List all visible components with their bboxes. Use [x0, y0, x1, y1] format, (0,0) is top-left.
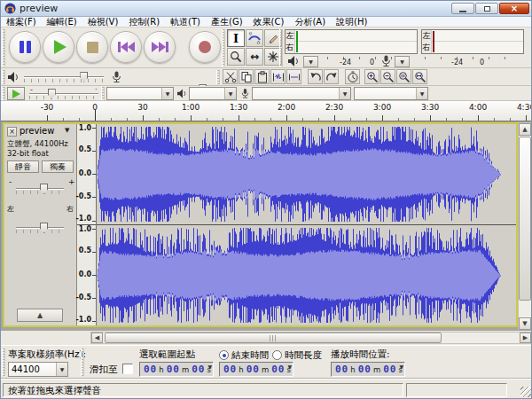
input-channels-value [355, 88, 416, 99]
selection-start-field[interactable]: 00h 00m 00s ▼ [139, 362, 214, 377]
input-device-select[interactable]: ▼ [252, 87, 351, 100]
play-at-speed-button[interactable] [7, 87, 25, 100]
track-collapse-button[interactable]: ▲ [17, 309, 63, 322]
multi-tool-icon [267, 51, 279, 63]
rewind-button[interactable] [110, 31, 142, 63]
title-bar[interactable]: preview × [1, 1, 532, 17]
vertical-scroll-thumb[interactable] [519, 137, 531, 301]
edit-toolbar-grip[interactable] [216, 70, 220, 84]
menu-effect[interactable]: 效果(C) [248, 17, 290, 27]
timeline-ruler[interactable]: -300301:001:302:002:303:003:304:004:30 [1, 101, 532, 121]
restore-button[interactable] [475, 3, 498, 14]
resize-grip[interactable] [520, 387, 531, 397]
input-channels-select[interactable]: ▼ [354, 87, 428, 100]
output-device-select[interactable]: ▼ [189, 87, 237, 100]
menu-analyze[interactable]: 分析(A) [289, 17, 331, 27]
zoom-tool-button[interactable] [227, 48, 245, 66]
selection-end-field[interactable]: 00h 00m 00s ▼ [219, 362, 293, 377]
track-name: preview [20, 126, 54, 136]
playback-position-field[interactable]: 00h 00m 00s ▼ [331, 362, 405, 377]
gain-slider[interactable] [16, 183, 64, 195]
input-meter-menu-button[interactable]: ▼ [395, 56, 410, 67]
selection-tool-button[interactable]: I [227, 29, 245, 47]
menu-help[interactable]: 說明(H) [331, 17, 372, 27]
end-time-radio[interactable] [219, 350, 229, 360]
pan-slider[interactable] [16, 222, 64, 234]
transcription-toolbar-grip[interactable] [2, 87, 5, 100]
paste-button[interactable] [254, 69, 270, 84]
window-title: preview [20, 3, 58, 14]
waveform-right-channel[interactable] [97, 225, 516, 325]
zoom-out-button[interactable] [380, 69, 395, 84]
timeline-minor-tick [414, 118, 415, 121]
vertical-ruler[interactable]: 1.0 0.5 0.0 -0.5 -1.0 1.0 0.5 0.0 -0.5 -… [77, 124, 97, 325]
sync-clock-button[interactable] [345, 69, 360, 84]
undo-button[interactable] [308, 69, 323, 84]
menu-view[interactable]: 檢視(V) [82, 17, 124, 27]
pause-button[interactable] [9, 31, 41, 63]
dropdown-icon[interactable]: ▼ [399, 364, 403, 370]
host-select[interactable]: ▼ [106, 87, 174, 100]
copy-button[interactable] [239, 69, 254, 84]
timeline-tick-label: 3:00 [373, 103, 391, 112]
cut-button[interactable] [223, 69, 238, 84]
silence-button[interactable] [286, 69, 301, 84]
scroll-left-button[interactable]: ◀ [91, 332, 103, 343]
snap-to-label: 滑扣至 [90, 364, 118, 376]
output-meter[interactable]: 左右 [285, 29, 418, 54]
menu-control[interactable]: 控制(R) [123, 17, 165, 27]
vertical-scrollbar[interactable]: ▲ ▼ [518, 122, 532, 330]
input-meter-left-label: 左 [422, 30, 431, 42]
track-close-button[interactable]: × [7, 127, 17, 137]
scroll-up-button[interactable]: ▲ [519, 123, 531, 136]
meter-toolbar-grip[interactable] [279, 29, 283, 66]
stop-button[interactable] [76, 31, 108, 63]
output-volume-slider[interactable] [24, 71, 104, 83]
menu-generate[interactable]: 產生(G) [206, 17, 248, 27]
tools-toolbar-grip[interactable] [222, 29, 225, 66]
selection-toolbar-grip[interactable] [2, 348, 5, 376]
playback-speed-slider[interactable] [29, 88, 98, 100]
redo-button[interactable] [324, 69, 339, 84]
play-button[interactable] [43, 31, 74, 63]
input-meter[interactable]: 左右 [421, 29, 524, 54]
track-control-panel[interactable]: × preview ▼ 立體聲, 44100Hz 32-bit float 靜音… [4, 124, 77, 325]
mute-label: 靜音 [15, 161, 31, 172]
close-button[interactable]: × [499, 3, 529, 14]
length-radio[interactable] [272, 350, 282, 360]
snap-to-checkbox[interactable] [122, 364, 133, 374]
menu-file[interactable]: 檔案(F) [1, 17, 42, 27]
zoom-in-button[interactable] [364, 69, 379, 84]
timeline-minor-tick [79, 118, 80, 121]
record-button[interactable] [189, 31, 221, 63]
microphone-icon [111, 71, 122, 83]
fit-project-button[interactable] [412, 69, 427, 84]
mute-button[interactable]: 靜音 [7, 160, 39, 173]
fit-selection-button[interactable] [396, 69, 411, 84]
transport-toolbar-grip[interactable] [2, 29, 5, 66]
menu-edit[interactable]: 編輯(E) [42, 17, 82, 27]
minimize-button[interactable] [451, 3, 474, 14]
waveform-left-channel[interactable] [97, 124, 516, 224]
scroll-right-button[interactable]: ▶ [520, 332, 531, 343]
horizontal-scrollbar[interactable]: ◀ ▶ [90, 332, 532, 344]
project-rate-select[interactable]: 44100 ▼ [8, 362, 68, 377]
timeline-minor-tick [494, 118, 495, 121]
track-menu-button[interactable]: ▼ [65, 127, 69, 134]
menu-tracks[interactable]: 軌道(T) [165, 17, 206, 27]
solo-button[interactable]: 獨奏 [42, 160, 74, 173]
output-meter-menu-button[interactable]: ▼ [303, 56, 318, 67]
envelope-tool-button[interactable] [246, 29, 263, 47]
device-toolbar-grip[interactable] [101, 87, 105, 100]
forward-button[interactable] [144, 31, 176, 63]
trim-button[interactable] [270, 69, 286, 84]
dropdown-icon[interactable]: ▼ [207, 364, 212, 370]
scroll-down-button[interactable]: ▼ [519, 317, 531, 330]
timeshift-tool-button[interactable]: ↔ [246, 48, 263, 66]
close-icon: × [511, 4, 518, 13]
status-secondary-panel [406, 383, 507, 397]
horizontal-scroll-thumb[interactable] [105, 332, 442, 343]
hours-unit: h [239, 365, 243, 374]
mixer-toolbar-grip[interactable] [2, 70, 5, 84]
dropdown-icon[interactable]: ▼ [287, 364, 292, 370]
